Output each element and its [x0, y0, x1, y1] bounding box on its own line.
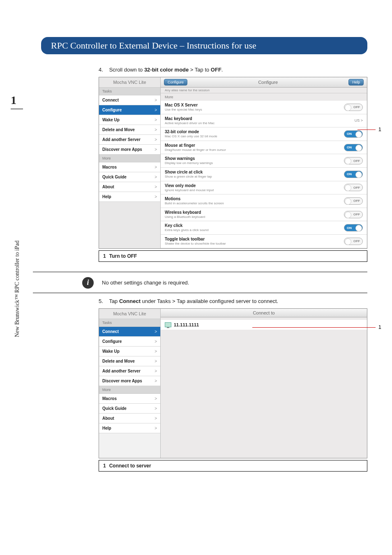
chevron-right-icon: > [154, 349, 157, 354]
sidebar-item-help[interactable]: Help> [99, 192, 160, 202]
setting-title: View only mode [165, 183, 214, 188]
callout-number: 1 [378, 324, 381, 330]
shot2-section-more: More [99, 386, 160, 394]
chevron-right-icon: > [154, 118, 157, 122]
setting-row-show-circle-at-click: Show circle at clickShow a green circle … [161, 168, 367, 181]
toggle-key-click[interactable]: ON [344, 224, 363, 231]
setting-row-toggle-black-toolbar: Toggle black toolbarShake the device to … [161, 235, 367, 248]
shot2-app-title: Mocha VNC Lite [99, 309, 160, 319]
screen-title: Connect to [253, 310, 274, 315]
sidebar-item-delete-and-move[interactable]: Delete and Move> [99, 125, 160, 135]
sidebar-item-wake-up[interactable]: Wake Up> [99, 115, 160, 125]
setting-subtitle: Drag/hover mouse at finger or from curso… [165, 148, 226, 152]
setting-row-view-only-mode: View only modeIgnore keyboard and mouse … [161, 181, 367, 195]
sidebar-item-macros[interactable]: Macros> [99, 394, 160, 404]
shot2-topbar: Connect to [161, 309, 367, 317]
info-icon: i [82, 277, 94, 289]
side-page-number: 1 [11, 94, 23, 109]
sidebar-item-configure[interactable]: Configure> [99, 105, 160, 115]
setting-title: Key click [165, 223, 209, 228]
sidebar-item-connect[interactable]: Connect> [99, 95, 160, 105]
screenshot-1-wrap: Mocha VNC Lite Tasks Connect>Configure>W… [99, 77, 367, 262]
shot1-section-tasks: Tasks [99, 88, 160, 95]
setting-row-wireless-keyboard: Wireless keyboardUsing a Bluetooth keybo… [161, 208, 367, 222]
chevron-right-icon: > [154, 339, 157, 344]
setting-row-show-warnings: Show warningsDisplay low on memory warni… [161, 154, 367, 168]
sidebar-item-connect[interactable]: Connect> [99, 327, 160, 337]
setting-title: Wireless keyboard [165, 210, 205, 215]
setting-subtitle: Active keyboard driver on the Mac [165, 121, 214, 125]
callout-number: 1 [378, 126, 381, 132]
toggle-wireless-keyboard[interactable]: OFF [344, 211, 363, 218]
monitor-icon [165, 322, 171, 327]
chevron-right-icon: > [154, 369, 157, 373]
screenshot-2: Mocha VNC Lite Tasks Connect>Configure>W… [99, 308, 367, 458]
sidebar-item-add-another-server[interactable]: Add another Server> [99, 366, 160, 376]
server-ip: 11.111.1111 [174, 322, 199, 327]
shot1-main-section: More [161, 93, 367, 101]
toggle-show-circle-at-click[interactable]: ON [344, 171, 363, 178]
sidebar-item-discover-more-apps[interactable]: Discover more Apps> [99, 376, 160, 386]
info-row: i No other settings change is required. [82, 277, 367, 289]
setting-subtitle: Using a Bluetooth keyboard [165, 215, 205, 219]
setting-title: Motions [165, 197, 224, 201]
setting-subtitle: Mac OS X can only use 32 bit mode [165, 134, 217, 139]
setting-subtitle: Display low on memory warnings [165, 161, 213, 165]
sidebar-item-discover-more-apps[interactable]: Discover more Apps> [99, 145, 160, 155]
setting-row-32-bit-color-mode: 32-bit color modeMac OS X can only use 3… [161, 127, 367, 141]
chevron-right-icon: > [154, 379, 157, 383]
shot1-section-more: More [99, 155, 160, 162]
toggle-toggle-black-toolbar[interactable]: OFF [344, 238, 363, 245]
shot1-topbar: Configure Configure Help [161, 77, 367, 88]
chevron-right-icon: > [154, 147, 157, 152]
callout-line [252, 327, 376, 328]
sidebar-item-delete-and-move[interactable]: Delete and Move> [99, 356, 160, 366]
setting-row-mac-os-x-server: Mac OS X ServerUse the special Mac keysO… [161, 101, 367, 114]
setting-title: 32-bit color mode [165, 130, 217, 134]
toggle-32-bit-color-mode[interactable]: ON [344, 130, 363, 138]
chevron-right-icon: > [154, 175, 157, 179]
toggle-show-warnings[interactable]: OFF [344, 157, 363, 164]
chevron-right-icon: > [154, 108, 157, 112]
sidebar-item-wake-up[interactable]: Wake Up> [99, 347, 160, 356]
sidebar-item-macros[interactable]: Macros> [99, 162, 160, 172]
select-mac-keyboard[interactable]: US > [355, 118, 363, 123]
sidebar-item-help[interactable]: Help> [99, 423, 160, 433]
shot2-sidebar: Mocha VNC Lite Tasks Connect>Configure>W… [99, 309, 161, 458]
toggle-motions[interactable]: OFF [344, 197, 363, 205]
chevron-right-icon: > [154, 416, 157, 421]
shot1-subheader: Any alias name for the session [161, 88, 367, 93]
separator [33, 272, 367, 272]
sidebar-item-add-another-server[interactable]: Add another Server> [99, 135, 160, 145]
sidebar-item-configure[interactable]: Configure> [99, 337, 160, 347]
shot2-section-tasks: Tasks [99, 319, 160, 327]
shot1-main: Configure Configure Help Any alias name … [161, 77, 367, 248]
sidebar-item-quick-guide[interactable]: Quick Guide> [99, 172, 160, 182]
chevron-right-icon: > [154, 194, 157, 199]
chevron-right-icon: > [154, 406, 157, 411]
sidebar-item-quick-guide[interactable]: Quick Guide> [99, 404, 160, 414]
shot1-app-title: Mocha VNC Lite [99, 77, 160, 88]
page: New Brunswick™ RPC controller to iPad 1 … [0, 37, 392, 555]
setting-subtitle: Shake the device to show/hide the toolba… [165, 242, 226, 246]
separator [33, 293, 367, 293]
setting-title: Mouse at finger [165, 143, 226, 148]
caption-1: 1Turn to OFF [99, 250, 367, 262]
sidebar-item-about[interactable]: About> [99, 182, 160, 192]
toggle-mac-os-x-server[interactable]: OFF [344, 104, 363, 111]
content: 4. Scroll down to 32-bit color mode > Ta… [99, 67, 367, 472]
help-button[interactable]: Help [348, 79, 364, 86]
shot2-main: Connect to 11.111.1111 [161, 309, 367, 458]
screenshot-1: Mocha VNC Lite Tasks Connect>Configure>W… [99, 77, 367, 249]
chevron-right-icon: > [154, 137, 157, 142]
back-button[interactable]: Configure [164, 79, 187, 86]
setting-title: Show warnings [165, 156, 213, 161]
setting-row-key-click: Key clickExtra keys gives a click soundO… [161, 221, 367, 235]
step-5: 5. Tap Connect under Tasks > Tap availab… [99, 298, 367, 304]
server-entry[interactable]: 11.111.1111 [161, 320, 367, 330]
toggle-mouse-at-finger[interactable]: ON [344, 144, 363, 151]
sidebar-item-about[interactable]: About> [99, 414, 160, 423]
side-rail: New Brunswick™ RPC controller to iPad [8, 90, 23, 337]
toggle-view-only-mode[interactable]: OFF [344, 184, 363, 191]
screenshot-2-wrap: Mocha VNC Lite Tasks Connect>Configure>W… [99, 308, 367, 472]
